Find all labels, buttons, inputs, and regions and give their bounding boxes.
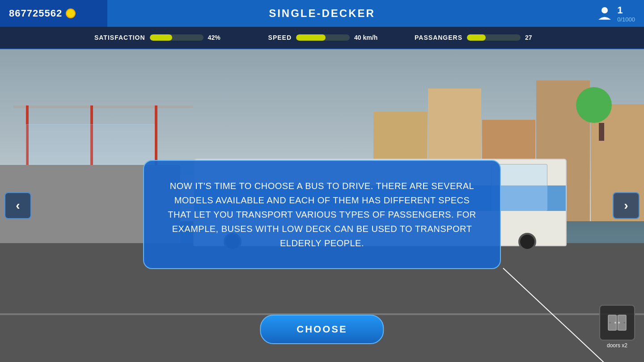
coin-icon [66, 8, 76, 18]
game-title: SINGLE-DECKER [269, 7, 375, 19]
satisfaction-bar-container [150, 34, 203, 41]
door-indicator: doors x2 [599, 305, 635, 349]
player-block: 1 0/1000 [537, 4, 644, 23]
svg-point-5 [618, 322, 620, 324]
tree [591, 96, 612, 141]
speed-bar-container [296, 34, 350, 41]
passengers-label: PASSANGERS [415, 34, 462, 41]
passengers-bar-container [467, 34, 521, 41]
satisfaction-bar-fill [150, 34, 172, 41]
door-label: doors x2 [607, 342, 627, 349]
dialog-text: NOW IT'S TIME TO CHOOSE A BUS TO DRIVE. … [166, 179, 478, 250]
tree-trunk [599, 123, 604, 141]
satisfaction-value: 42% [208, 34, 233, 41]
player-count: 1 [617, 4, 635, 16]
speed-stat: SPEED 40 km/h [268, 34, 379, 41]
svg-point-0 [602, 7, 608, 13]
door-icon [606, 311, 628, 334]
currency-block: 867725562 [0, 0, 107, 27]
satisfaction-label: SATISFACTION [94, 34, 145, 41]
choose-button[interactable]: CHOOSE [260, 315, 384, 344]
title-block: SINGLE-DECKER [107, 7, 537, 20]
speed-label: SPEED [268, 34, 292, 41]
currency-value: 867725562 [9, 8, 62, 19]
tree-canopy [576, 87, 612, 123]
svg-point-8 [624, 322, 625, 324]
info-dialog: NOW IT'S TIME TO CHOOSE A BUS TO DRIVE. … [143, 160, 501, 269]
speed-bar-fill [296, 34, 326, 41]
speed-value: 40 km/h [354, 34, 379, 41]
passengers-value: 27 [525, 34, 550, 41]
player-sub: 0/1000 [617, 16, 635, 23]
player-icon [597, 5, 613, 21]
passengers-bar-fill [467, 34, 486, 41]
door-box [599, 305, 635, 341]
svg-point-4 [614, 322, 616, 324]
choose-button-container: CHOOSE [260, 315, 384, 344]
passengers-stat: PASSANGERS 27 [415, 34, 550, 41]
bus-wheel-right [518, 233, 536, 251]
game-scene: ‹ › NOW IT'S TIME TO CHOOSE A BUS TO DRI… [0, 49, 644, 362]
svg-point-7 [610, 322, 611, 324]
stats-bar: SATISFACTION 42% SPEED 40 km/h PASSANGER… [0, 27, 644, 49]
header-bar: 867725562 SINGLE-DECKER 1 0/1000 [0, 0, 644, 27]
nav-arrow-right[interactable]: › [613, 192, 640, 219]
right-chevron-icon: › [624, 198, 628, 213]
satisfaction-stat: SATISFACTION 42% [94, 34, 233, 41]
shelter-roof [13, 105, 193, 108]
left-chevron-icon: ‹ [16, 198, 20, 213]
nav-arrow-left[interactable]: ‹ [4, 192, 31, 219]
